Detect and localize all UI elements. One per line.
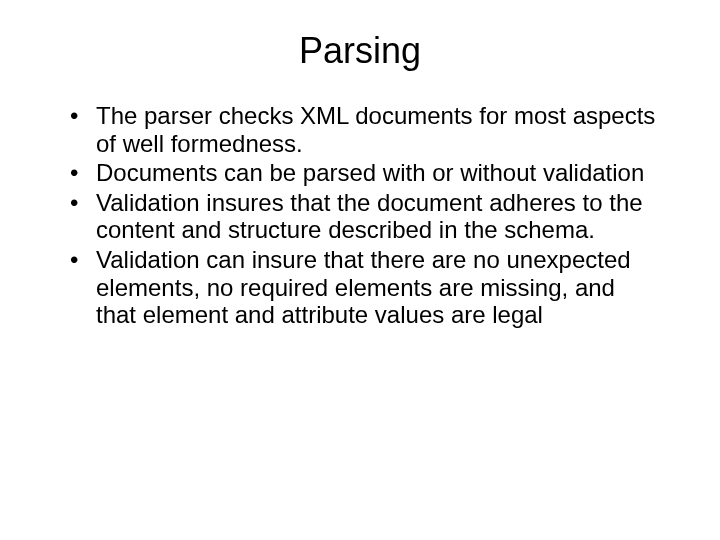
slide: Parsing The parser checks XML documents … [0, 0, 720, 540]
list-item: Validation insures that the document adh… [70, 189, 660, 244]
list-item: Documents can be parsed with or without … [70, 159, 660, 187]
list-item: The parser checks XML documents for most… [70, 102, 660, 157]
list-item: Validation can insure that there are no … [70, 246, 660, 329]
bullet-list: The parser checks XML documents for most… [70, 102, 660, 329]
slide-title: Parsing [40, 30, 680, 72]
